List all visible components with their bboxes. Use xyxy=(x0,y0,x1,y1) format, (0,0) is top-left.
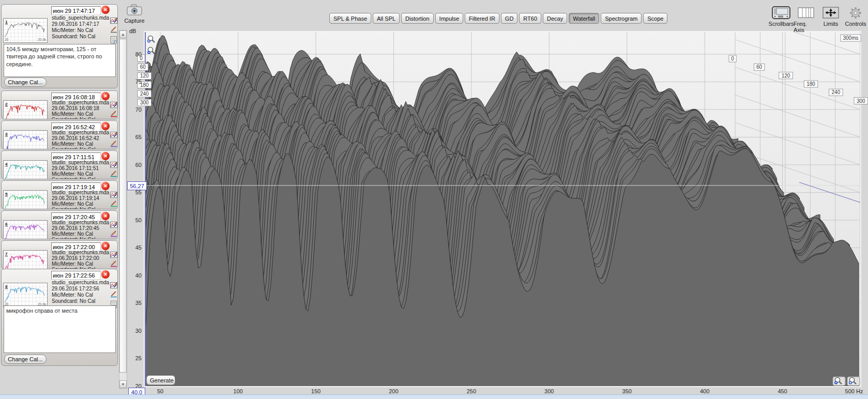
graph-actions-icon[interactable] xyxy=(110,161,117,168)
pencil-icon[interactable] xyxy=(110,26,117,33)
zoom-out-button[interactable] xyxy=(833,377,845,386)
measurement-note[interactable]: микрофон справа от места xyxy=(4,305,116,353)
measurement-filename: studio_superchunks.mda xyxy=(52,280,110,285)
generate-button[interactable]: Generate xyxy=(146,375,175,385)
limits-arrows-icon xyxy=(820,5,841,21)
tab-spectrogram[interactable]: Spectrogram xyxy=(601,13,642,24)
freq-axis-button[interactable]: Freq. Axis xyxy=(794,5,818,33)
graph-actions-icon[interactable] xyxy=(110,191,117,198)
tab-gd[interactable]: GD xyxy=(501,13,518,24)
svg-text:35: 35 xyxy=(135,300,142,306)
measurement-filename: studio_superchunks.mda xyxy=(52,130,110,135)
tab-all-spl[interactable]: All SPL xyxy=(373,13,400,24)
scroll-down-icon[interactable]: ▼ xyxy=(119,380,127,388)
svg-text:300: 300 xyxy=(140,100,149,105)
measurement-thumbnail[interactable]: 22020,0k xyxy=(3,100,48,119)
measurement-card[interactable]: ✕ 42020,0k studio_superchunks.mda 29.06.… xyxy=(1,150,118,179)
measurement-card[interactable]: ✕ 72020,0k studio_superchunks.mda 29.06.… xyxy=(1,240,118,269)
measurement-card[interactable]: ✕ 82020,0k studio_superchunks.mda 29.06.… xyxy=(1,269,118,366)
tab-impulse[interactable]: Impulse xyxy=(435,13,464,24)
freq-axis-label: Freq. Axis xyxy=(794,21,818,33)
delete-measurement-icon[interactable]: ✕ xyxy=(101,242,110,250)
delete-measurement-icon[interactable]: ✕ xyxy=(101,6,110,14)
limits-label: Limits xyxy=(824,21,839,27)
svg-text:7: 7 xyxy=(5,252,8,256)
pencil-icon[interactable] xyxy=(110,200,117,207)
pencil-icon[interactable] xyxy=(110,170,117,177)
measurement-thumbnail[interactable]: 52020,0k xyxy=(3,190,48,209)
view-toolbar: ScrollbarsFreq. AxisLimitsControls xyxy=(769,5,868,33)
scrollbar-thumb[interactable] xyxy=(119,39,127,373)
graph-actions-icon[interactable] xyxy=(110,101,117,109)
sidebar-scrollbar[interactable]: ▲ ▼ xyxy=(119,30,127,389)
pencil-icon[interactable] xyxy=(110,290,117,298)
pencil-icon[interactable] xyxy=(110,230,117,237)
svg-text:400: 400 xyxy=(700,388,709,394)
measurement-card[interactable]: ✕ 52020,0k studio_superchunks.mda 29.06.… xyxy=(1,180,118,209)
camera-icon xyxy=(127,4,142,17)
delete-measurement-icon[interactable]: ✕ xyxy=(101,92,110,100)
delete-measurement-icon[interactable]: ✕ xyxy=(101,270,110,279)
tab-filtered-ir[interactable]: Filtered IR xyxy=(465,13,499,24)
measurement-card[interactable]: ✕ 22020,0k studio_superchunks.mda 29.06.… xyxy=(1,90,118,119)
scroll-up-icon[interactable]: ▲ xyxy=(119,30,127,38)
measurement-card[interactable]: ✕ 32020,0k studio_superchunks.mda 29.06.… xyxy=(1,120,118,149)
measurement-thumbnail[interactable]: 42020,0k xyxy=(3,160,48,179)
tab-waterfall[interactable]: Waterfall xyxy=(569,13,599,24)
controls-label: Controls xyxy=(845,21,866,27)
measurement-thumbnail[interactable]: 12020,0k xyxy=(3,18,48,43)
measurement-card[interactable]: ✕ 12020,0k studio_superchunks.mda 29.06.… xyxy=(1,4,118,88)
measurement-mic-cal: Mic/Meter: No Cal xyxy=(52,141,110,147)
graph-actions-icon[interactable] xyxy=(110,17,117,24)
controls-button[interactable]: Controls xyxy=(843,5,868,33)
measurement-list: ✕ 12020,0k studio_superchunks.mda 29.06.… xyxy=(1,0,119,394)
svg-text:75: 75 xyxy=(135,79,142,85)
delete-measurement-icon[interactable]: ✕ xyxy=(101,212,110,220)
zoom-in-button[interactable] xyxy=(847,377,860,386)
svg-text:65: 65 xyxy=(135,134,142,140)
change-cal-button[interactable]: Change Cal... xyxy=(4,355,47,364)
limits-button[interactable]: Limits xyxy=(818,5,843,33)
measurement-soundcard-cal: Soundcard: No Cal xyxy=(52,117,110,119)
scrollbars-icon xyxy=(771,5,791,21)
tab-decay[interactable]: Decay xyxy=(543,13,567,24)
svg-text:500 Hz: 500 Hz xyxy=(845,388,863,394)
measurement-date-field[interactable] xyxy=(51,6,101,15)
measurement-card[interactable]: ✕ 62020,0k studio_superchunks.mda 29.06.… xyxy=(1,210,118,239)
measurement-filename: studio_superchunks.mda xyxy=(52,100,110,105)
tab-distortion[interactable]: Distortion xyxy=(401,13,433,24)
measurement-datetime: 29.06.2016 16:52:42 xyxy=(52,135,110,141)
graph-actions-icon[interactable] xyxy=(110,221,117,228)
pencil-icon[interactable] xyxy=(110,110,117,117)
measurement-thumbnail[interactable]: 82020,0k xyxy=(3,283,48,308)
delete-measurement-icon[interactable]: ✕ xyxy=(101,182,110,190)
svg-text:70: 70 xyxy=(135,106,142,113)
waterfall-chart[interactable]: 060120180240300060120180240300300ms80757… xyxy=(128,0,868,399)
pencil-icon[interactable] xyxy=(110,140,117,147)
svg-text:240: 240 xyxy=(140,91,149,97)
tab-rt60[interactable]: RT60 xyxy=(519,13,541,24)
change-cal-button[interactable]: Change Cal... xyxy=(4,78,47,87)
measurement-thumbnail[interactable]: 32020,0k xyxy=(3,130,48,149)
graph-actions-icon[interactable] xyxy=(110,251,117,258)
pencil-icon[interactable] xyxy=(110,260,117,267)
svg-text:60: 60 xyxy=(140,64,146,70)
status-strip xyxy=(0,394,868,399)
capture-button[interactable]: Capture xyxy=(122,4,147,24)
measurement-date-field[interactable] xyxy=(51,271,101,280)
graph-actions-icon[interactable] xyxy=(110,131,117,139)
scrollbars-label: Scrollbars xyxy=(769,21,794,27)
tab-scope[interactable]: Scope xyxy=(643,13,667,24)
measurement-datetime: 29.06.2016 17:22:56 xyxy=(52,286,110,291)
notes-icon[interactable] xyxy=(110,36,117,43)
measurement-note[interactable]: 104,5 между мониторами, 125 - от твитера… xyxy=(4,44,116,77)
tab-spl-phase[interactable]: SPL & Phase xyxy=(329,13,371,24)
measurement-datetime: 29.06.2016 17:22:00 xyxy=(52,255,110,261)
measurement-thumbnail[interactable]: 72020,0k xyxy=(3,250,48,269)
delete-measurement-icon[interactable]: ✕ xyxy=(101,122,110,130)
scrollbars-button[interactable]: Scrollbars xyxy=(769,5,794,33)
graph-actions-icon[interactable] xyxy=(110,282,117,289)
delete-measurement-icon[interactable]: ✕ xyxy=(101,152,110,160)
measurement-thumbnail[interactable]: 62020,0k xyxy=(3,220,48,239)
measurement-mic-cal: Mic/Meter: No Cal xyxy=(52,111,110,117)
